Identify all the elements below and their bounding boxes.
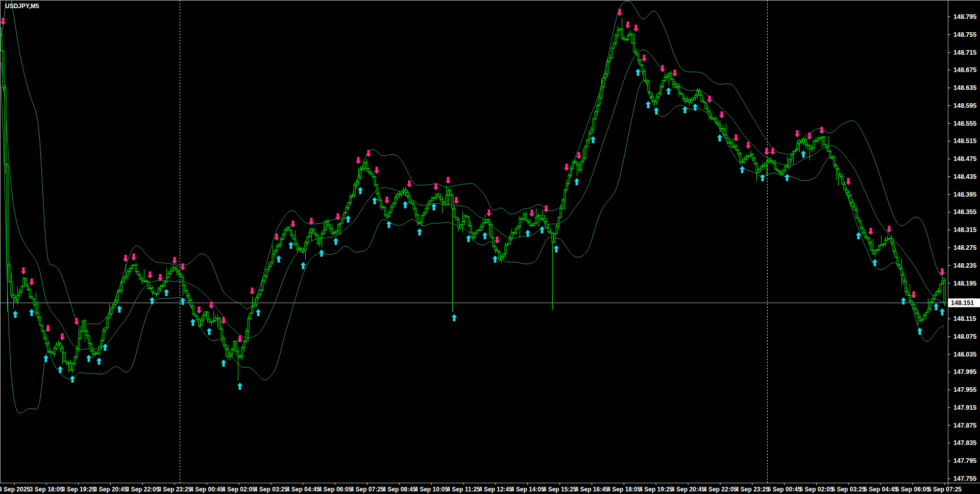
y-axis-label: 148.195 <box>953 280 976 287</box>
x-axis-label: 5 Sep 07:25 <box>928 486 962 493</box>
candle-body <box>115 301 116 304</box>
candle-body <box>883 244 884 245</box>
candle-body <box>942 281 943 284</box>
current-price-value: 148.151 <box>951 299 974 307</box>
candle-body <box>554 234 555 243</box>
candle-body <box>266 269 267 276</box>
current-price-box: 148.151 <box>948 298 980 307</box>
candle-body <box>519 219 521 227</box>
candle-body <box>23 278 24 287</box>
candle-body <box>178 272 180 274</box>
candle-body <box>760 167 762 170</box>
candle-body <box>789 159 790 167</box>
candle-body <box>607 62 608 74</box>
candle-body <box>337 225 339 231</box>
candle-body <box>282 234 284 240</box>
candle-body <box>299 248 300 250</box>
candle-body <box>925 312 927 315</box>
y-axis-label: 148.715 <box>953 49 976 56</box>
price-chart[interactable]: 148.795148.755148.715148.675148.635148.5… <box>0 0 980 494</box>
candle-body <box>231 349 233 355</box>
candle-body <box>174 267 176 270</box>
candle-body <box>107 318 108 328</box>
candle-body <box>444 202 445 205</box>
x-axis-label: 4 Sep 10:05 <box>414 486 448 493</box>
candle-body <box>90 344 92 351</box>
candle-body <box>288 227 290 230</box>
candle-body <box>254 304 255 307</box>
y-axis-label: 147.755 <box>953 475 976 482</box>
candle-body <box>574 162 576 163</box>
candle-body <box>599 98 600 105</box>
candle-body <box>821 137 823 138</box>
candle-body <box>117 292 118 301</box>
x-axis-label: 4 Sep 00:45 <box>190 486 224 493</box>
candle-body <box>715 119 717 123</box>
candle-body <box>37 313 39 317</box>
candle-body <box>491 225 492 238</box>
candle-body <box>58 343 59 345</box>
candle-body <box>827 147 829 152</box>
candle-body <box>578 165 580 170</box>
candle-body <box>429 201 431 205</box>
candle-body <box>156 294 157 294</box>
candle-body <box>905 281 906 292</box>
candle-body <box>317 235 318 244</box>
candle-body <box>887 239 888 240</box>
candle-body <box>264 276 265 280</box>
candle-body <box>795 150 796 152</box>
candle-body <box>938 291 939 291</box>
candle-body <box>668 73 670 77</box>
candle-body <box>642 65 643 72</box>
candle-body <box>233 341 235 349</box>
candle-body <box>25 278 27 286</box>
y-axis-label: 148.475 <box>953 155 976 162</box>
candle-body <box>523 214 525 219</box>
candle-body <box>791 154 792 159</box>
candle-body <box>662 81 664 87</box>
x-axis-label: 4 Sep 08:45 <box>382 486 416 493</box>
candle-body <box>164 282 165 286</box>
candle-body <box>548 228 549 232</box>
candle-body <box>552 233 553 242</box>
candle-body <box>390 207 392 213</box>
candle-body <box>366 163 368 169</box>
candle-body <box>415 209 416 215</box>
candle-body <box>674 84 676 87</box>
candle-body <box>166 278 167 282</box>
candle-body <box>625 39 627 40</box>
candle-body <box>550 232 551 233</box>
candle-body <box>893 243 894 251</box>
candle-body <box>239 356 241 357</box>
candle-body <box>529 222 531 225</box>
candle-body <box>27 286 29 289</box>
candle-body <box>56 345 57 348</box>
candle-body <box>501 257 502 260</box>
candle-body <box>799 140 800 144</box>
candle-body <box>393 203 394 207</box>
candle-body <box>139 275 141 279</box>
x-axis-label: 3 Sep 2025 <box>0 486 30 493</box>
candle-body <box>768 161 770 162</box>
candle-body <box>738 150 739 153</box>
y-axis-label: 147.835 <box>953 439 976 446</box>
candle-body <box>419 223 421 223</box>
candle-body <box>368 169 370 172</box>
candle-body <box>3 51 4 87</box>
candle-body <box>52 352 53 355</box>
candle-body <box>707 109 708 112</box>
candle-body <box>521 219 523 219</box>
candle-body <box>284 230 286 234</box>
candle-body <box>874 250 876 254</box>
candle-body <box>748 156 749 156</box>
candle-body <box>262 280 263 290</box>
candle-body <box>860 221 862 228</box>
candle-body <box>840 175 841 177</box>
candle-body <box>307 237 308 242</box>
candle-body <box>858 218 860 221</box>
candle-body <box>744 159 745 162</box>
candle-body <box>493 238 494 247</box>
candle-body <box>143 281 145 281</box>
candle-body <box>723 129 725 135</box>
candle-body <box>805 138 806 145</box>
